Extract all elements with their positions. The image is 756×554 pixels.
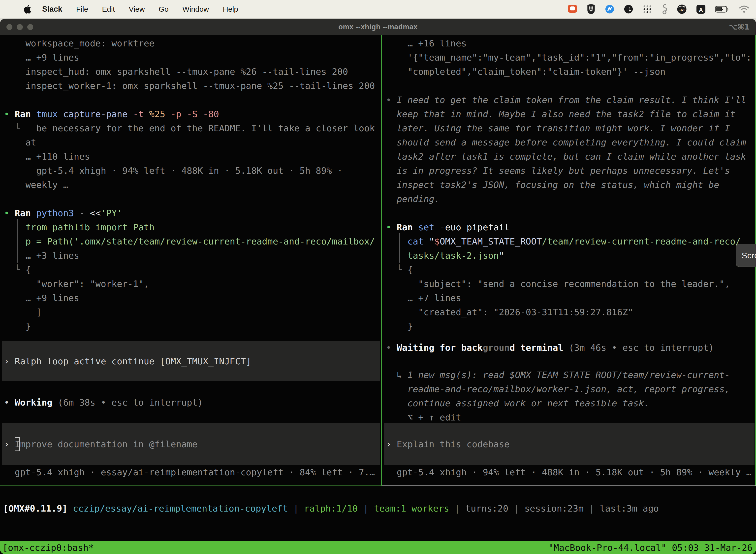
right-prompt-input[interactable]: › Explain this codebase xyxy=(384,423,755,465)
text-cursor: I xyxy=(15,437,20,451)
menu-item-window[interactable]: Window xyxy=(176,5,216,13)
right-pane-bottom-border xyxy=(382,486,756,486)
left-model-status: gpt-5.4 xhigh · essay/ai-reimplementatio… xyxy=(4,465,375,479)
close-button[interactable] xyxy=(6,24,12,30)
left-prompt-input[interactable]: › Improve documentation in @filename xyxy=(2,423,380,465)
pane-right-worker[interactable]: … +16 lines '{"team_name":"my-team","tas… xyxy=(382,35,756,486)
omx-session-status: [OMX#0.11.9] cczip/essay/ai-reimplementa… xyxy=(3,501,659,515)
menu-items: Slack File Edit View Go Window Help xyxy=(32,5,245,14)
prompt-chevron: › xyxy=(4,439,15,449)
window-titlebar[interactable]: omx --xhigh --madmax ⌥⌘1 xyxy=(0,19,756,35)
screenshot-tooltip[interactable]: Scre xyxy=(736,244,756,267)
menu-item-file[interactable]: File xyxy=(69,5,95,13)
input-placeholder: Explain this codebase xyxy=(397,439,509,449)
block-connector-line xyxy=(17,219,18,263)
menu-item-view[interactable]: View xyxy=(122,5,151,13)
left-scrollback: workspace_mode: worktree … +9 lines insp… xyxy=(0,36,381,333)
menu-item-go[interactable]: Go xyxy=(152,5,176,13)
pane-left-hud[interactable]: workspace_mode: worktree … +9 lines insp… xyxy=(0,35,381,486)
minimize-button[interactable] xyxy=(17,24,23,30)
menu-status-icons: ..61 A xyxy=(567,4,756,15)
dots-grid-icon[interactable] xyxy=(642,4,652,14)
menu-item-edit[interactable]: Edit xyxy=(95,5,122,13)
percent-badge-text: ..61 xyxy=(679,8,685,12)
traffic-lights xyxy=(6,19,33,35)
window-title: omx --xhigh --madmax xyxy=(0,23,756,31)
right-scrollback: … +16 lines '{"team_name":"my-team","tas… xyxy=(382,36,756,333)
window-shortcut-hint: ⌥⌘1 xyxy=(729,22,750,31)
mailbox-followup: ↳ 1 new msg(s): read $OMX_TEAM_STATE_ROO… xyxy=(386,368,730,425)
shield-grid-icon[interactable] xyxy=(586,4,596,14)
battery-icon[interactable] xyxy=(715,5,730,13)
input-placeholder: mprove documentation in @filename xyxy=(20,439,197,449)
prompt-chevron: › xyxy=(386,439,397,449)
chat-app-icon[interactable] xyxy=(567,4,577,14)
wifi-icon[interactable] xyxy=(739,5,750,13)
dark-crescent-icon[interactable] xyxy=(624,4,633,14)
tmux-session-name[interactable]: [omx-cczip0:bash* xyxy=(0,543,94,553)
menu-item-help[interactable]: Help xyxy=(216,5,245,13)
input-source-icon[interactable]: A xyxy=(696,4,706,14)
squiggle-icon[interactable] xyxy=(661,4,668,15)
right-model-status: gpt-5.4 xhigh · 94% left · 488K in · 5.1… xyxy=(386,465,752,479)
blue-badge-icon[interactable] xyxy=(605,4,615,14)
left-pane-bottom-border-active xyxy=(0,486,381,486)
menu-bar: Slack File Edit View Go Window Help ..61 xyxy=(0,0,756,18)
zoom-button[interactable] xyxy=(27,24,33,30)
menu-app-name[interactable]: Slack xyxy=(32,5,69,14)
block-connector-line xyxy=(399,233,400,263)
terminal-window: omx --xhigh --madmax ⌥⌘1 workspace_mode:… xyxy=(0,19,756,554)
tmux-status-bar: [omx-cczip0:bash* "MacBook-Pro-44.local"… xyxy=(0,541,756,554)
tmux-host-clock: "MacBook-Pro-44.local" 05:03 31-Mar-26 xyxy=(548,543,756,553)
ralph-loop-notice: › Ralph loop active continue [OMX_TMUX_I… xyxy=(2,341,380,381)
apple-menu-icon[interactable] xyxy=(24,4,32,14)
percent-badge-icon[interactable]: ..61 xyxy=(677,4,687,14)
svg-text:A: A xyxy=(699,7,703,13)
working-status-line: • Working (6m 38s • esc to interrupt) xyxy=(4,395,203,409)
terminal-content: workspace_mode: worktree … +9 lines insp… xyxy=(0,35,756,554)
waiting-status-line: • Waiting for background terminal (3m 46… xyxy=(386,340,714,355)
pane-divider[interactable] xyxy=(381,35,382,486)
